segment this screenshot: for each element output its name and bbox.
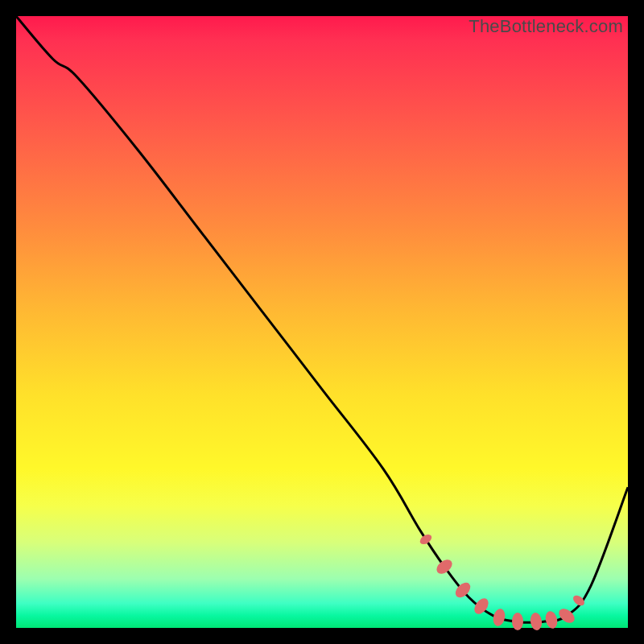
optimal-marker <box>492 607 507 627</box>
chart-frame: TheBottleneck.com <box>16 16 628 628</box>
optimal-marker <box>512 613 523 630</box>
optimal-marker <box>572 593 587 608</box>
optimal-marker <box>434 557 455 577</box>
optimal-marker <box>544 609 559 630</box>
optimal-marker <box>556 605 577 625</box>
optimal-marker <box>452 580 473 600</box>
optimal-marker <box>471 596 490 617</box>
optimal-zone-markers <box>16 16 628 628</box>
optimal-marker <box>419 532 434 546</box>
optimal-marker <box>530 613 543 632</box>
watermark-text: TheBottleneck.com <box>469 16 623 37</box>
